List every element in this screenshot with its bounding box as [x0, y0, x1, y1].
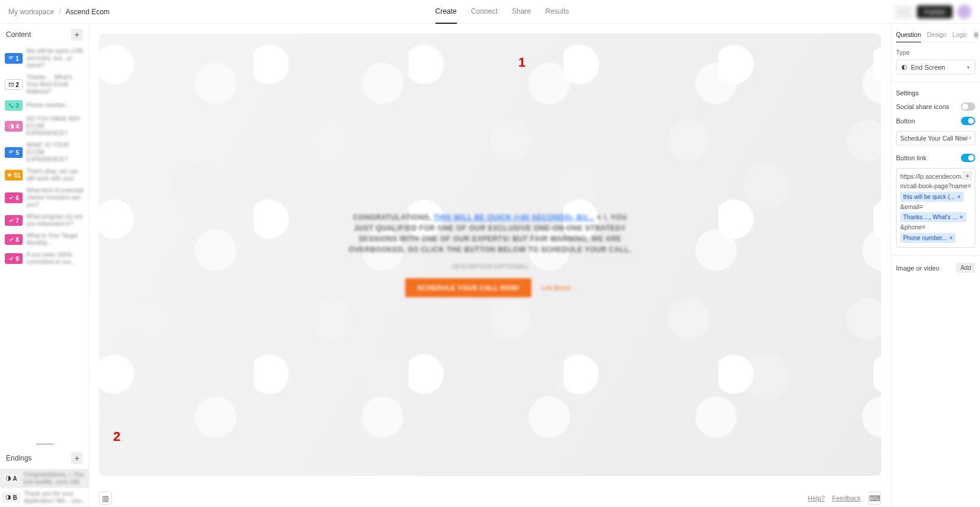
- button-setting-label: Button: [896, 117, 915, 125]
- url-param-email: &email=: [900, 203, 923, 210]
- svg-rect-0: [9, 57, 14, 57]
- half-icon: ◐: [901, 63, 907, 71]
- type-select[interactable]: ◐ End Screen ▾: [896, 60, 975, 74]
- question-item[interactable]: 7What program (s) are you interested in?: [2, 211, 86, 230]
- question-badge: 2: [5, 79, 23, 90]
- chip-label: this will be quick (...: [903, 192, 955, 201]
- image-video-label: Image or video: [896, 265, 939, 272]
- svg-rect-4: [9, 152, 12, 153]
- end-cta-button[interactable]: SCHEDULE YOUR CALL NOW!: [405, 278, 531, 297]
- top-right: ··· Publish: [895, 5, 972, 19]
- right-panel: Question Design Logic ⚙ Type ◐ End Scree…: [891, 24, 980, 507]
- ending-item[interactable]: BThank you for your Application! We... y…: [0, 488, 89, 507]
- question-item[interactable]: 6What kind of potential clients/ investo…: [2, 185, 86, 211]
- question-badge: 1: [5, 53, 23, 64]
- add-media-button[interactable]: Add: [956, 263, 975, 273]
- chip-remove-icon[interactable]: ×: [957, 192, 961, 201]
- endings-heading: Endings: [6, 454, 32, 462]
- question-badge: 4: [5, 121, 23, 132]
- breadcrumb-project[interactable]: Ascend Ecom: [66, 8, 110, 16]
- question-item[interactable]: 5WHAT IS YOUR ECOM EXPERIENCE?: [2, 139, 86, 166]
- breadcrumb-workspace[interactable]: My workspace: [8, 8, 54, 16]
- question-label: That's okay, we can still work with you!: [26, 168, 84, 182]
- question-label: What kind of potential clients/ investor…: [26, 187, 84, 209]
- layout-toggle-button[interactable]: ▥: [99, 492, 112, 505]
- feedback-link[interactable]: Feedback: [832, 494, 861, 502]
- question-label: WHAT IS YOUR ECOM EXPERIENCE?: [26, 142, 84, 163]
- breadcrumb-sep: /: [59, 8, 61, 16]
- panel-drag-handle[interactable]: [36, 443, 54, 445]
- question-badge: 9: [5, 253, 23, 264]
- question-label: this will be quick (<60 seconds), but...…: [26, 48, 84, 69]
- question-label: Phone number...: [26, 102, 70, 109]
- social-share-label: Social share icons: [896, 103, 949, 110]
- top-nav: Create Connect Share Results: [435, 0, 570, 23]
- question-item[interactable]: 4DO YOU HAVE ANY ECOM EXPERIENCE?: [2, 113, 86, 139]
- question-badge: 8: [5, 234, 23, 245]
- right-tabs: Question Design Logic ⚙: [896, 27, 975, 43]
- question-item[interactable]: 51That's okay, we can still work with yo…: [2, 166, 86, 185]
- url-text-2: m/call-book-page?name=: [900, 182, 971, 189]
- form-canvas[interactable]: CONGRATULATIONS, THIS WILL BE QUICK (<60…: [99, 33, 881, 476]
- add-ending-button[interactable]: +: [71, 452, 83, 464]
- button-text-counter: 23 / 24: [955, 135, 972, 141]
- question-label: Thanks ... What's Your Best Email Addres…: [26, 74, 84, 95]
- shortcuts-button[interactable]: ⌨: [868, 492, 881, 505]
- publish-button[interactable]: Publish: [917, 5, 953, 18]
- add-content-button[interactable]: +: [71, 29, 83, 41]
- headline-recall-remove[interactable]: ×: [597, 213, 602, 222]
- tab-create[interactable]: Create: [435, 0, 457, 24]
- question-badge: 7: [5, 215, 23, 226]
- question-badge: 3: [5, 100, 23, 111]
- chip-remove-icon[interactable]: ×: [949, 234, 953, 242]
- ending-item[interactable]: ACongratulations, !, You just qualify...…: [0, 469, 89, 488]
- recall-chip-phone[interactable]: Phone number... ×: [900, 233, 956, 243]
- button-link-input[interactable]: + https://lp.ascendecom.co m/call-book-p…: [896, 168, 975, 248]
- rtab-question[interactable]: Question: [896, 27, 921, 42]
- question-badge: 51: [5, 170, 23, 181]
- annotation-number-1: 1: [518, 55, 525, 70]
- question-badge: 6: [5, 192, 23, 203]
- chip-label: Thanks ..., What's ...: [903, 213, 957, 222]
- add-recall-button[interactable]: +: [963, 171, 972, 181]
- end-screen-content: CONGRATULATIONS, THIS WILL BE QUICK (<60…: [347, 212, 633, 297]
- button-toggle[interactable]: [961, 117, 975, 125]
- question-item[interactable]: 3Phone number...: [2, 98, 86, 113]
- headline-pre: CONGRATULATIONS,: [353, 213, 432, 222]
- ending-badge: A: [2, 473, 20, 484]
- gear-icon[interactable]: ⚙: [973, 30, 979, 40]
- help-link[interactable]: Help?: [808, 494, 825, 502]
- rtab-logic[interactable]: Logic: [953, 27, 967, 42]
- tab-results[interactable]: Results: [545, 0, 569, 24]
- left-panel: Content + 1this will be quick (<60 secon…: [0, 24, 89, 507]
- question-label: What program (s) are you interested in?: [26, 213, 84, 228]
- headline-recall-chip[interactable]: THIS WILL BE QUICK (<60 SECONDS), BU...: [434, 213, 595, 222]
- social-share-toggle[interactable]: [961, 102, 975, 111]
- question-item[interactable]: 2Thanks ... What's Your Best Email Addre…: [2, 71, 86, 98]
- ending-badge: B: [2, 492, 20, 503]
- type-label: Type: [896, 49, 975, 56]
- question-item[interactable]: 9If you were 100% committed to our...: [2, 249, 86, 268]
- button-link-toggle[interactable]: [961, 154, 975, 162]
- content-heading: Content: [6, 30, 31, 39]
- chip-remove-icon[interactable]: ×: [960, 213, 963, 222]
- tab-share[interactable]: Share: [512, 0, 531, 24]
- end-headline[interactable]: CONGRATULATIONS, THIS WILL BE QUICK (<60…: [347, 212, 633, 255]
- more-button[interactable]: ···: [895, 5, 912, 18]
- chip-label: Phone number...: [903, 234, 947, 242]
- recall-chip-email[interactable]: Thanks ..., What's ... ×: [900, 212, 966, 222]
- end-description[interactable]: DESCRIPTION (OPTIONAL): [347, 263, 633, 270]
- avatar[interactable]: [957, 5, 972, 19]
- svg-rect-1: [9, 58, 12, 58]
- question-label: DO YOU HAVE ANY ECOM EXPERIENCE?: [26, 116, 84, 137]
- endings-list: ACongratulations, !, You just qualify...…: [0, 469, 89, 507]
- question-label: What is Your Target Monthly...: [26, 232, 84, 247]
- question-item[interactable]: 1this will be quick (<60 seconds), but..…: [2, 45, 86, 71]
- question-label: If you were 100% committed to our...: [26, 251, 84, 266]
- svg-rect-3: [9, 151, 14, 151]
- question-item[interactable]: 8What is Your Target Monthly...: [2, 230, 86, 249]
- tab-connect[interactable]: Connect: [471, 0, 498, 24]
- rtab-design[interactable]: Design: [927, 27, 947, 42]
- content-list: 1this will be quick (<60 seconds), but..…: [0, 45, 89, 268]
- recall-chip-name[interactable]: this will be quick (... ×: [900, 192, 964, 202]
